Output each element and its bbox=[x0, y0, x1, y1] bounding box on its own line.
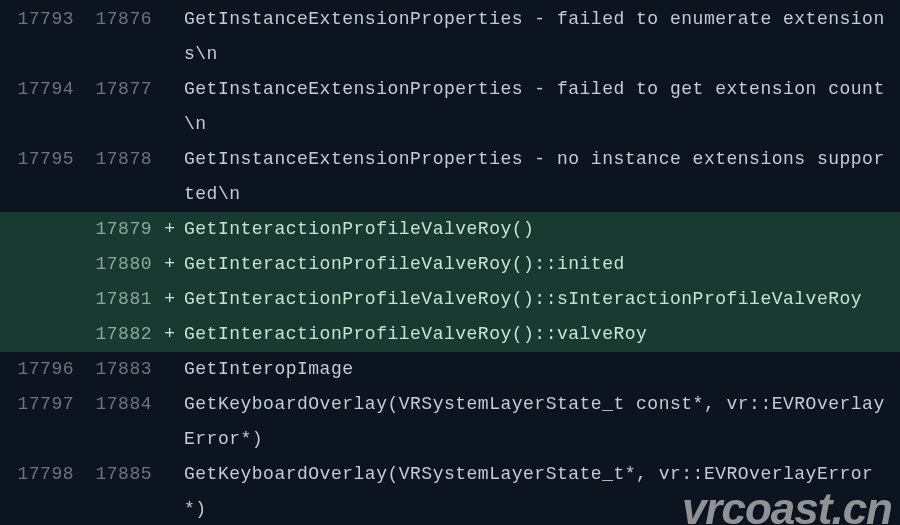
new-line-number: 17876 bbox=[78, 2, 156, 37]
new-line-number: 17884 bbox=[78, 387, 156, 422]
diff-code-text: GetKeyboardOverlay(VRSystemLayerState_t*… bbox=[184, 457, 900, 525]
old-line-number: 17794 bbox=[0, 72, 78, 107]
diff-row-context[interactable]: 1779817885 GetKeyboardOverlay(VRSystemLa… bbox=[0, 457, 900, 525]
diff-row-added[interactable]: 17879+GetInteractionProfileValveRoy() bbox=[0, 212, 900, 247]
diff-code-text: GetKeyboardOverlay(VRSystemLayerState_t … bbox=[184, 387, 900, 457]
old-line-number: 17798 bbox=[0, 457, 78, 492]
old-line-number: 17796 bbox=[0, 352, 78, 387]
diff-code-text: GetInteractionProfileValveRoy()::inited bbox=[184, 247, 900, 282]
new-line-number: 17879 bbox=[78, 212, 156, 247]
diff-row-added[interactable]: 17882+GetInteractionProfileValveRoy()::v… bbox=[0, 317, 900, 352]
diff-row-context[interactable]: 1779617883 GetInteropImage bbox=[0, 352, 900, 387]
diff-code-text: GetInteropImage bbox=[184, 352, 900, 387]
new-line-number: 17878 bbox=[78, 142, 156, 177]
diff-code-text: GetInteractionProfileValveRoy()::valveRo… bbox=[184, 317, 900, 352]
diff-row-added[interactable]: 17881+GetInteractionProfileValveRoy()::s… bbox=[0, 282, 900, 317]
diff-row-context[interactable]: 1779517878 GetInstanceExtensionPropertie… bbox=[0, 142, 900, 212]
new-line-number: 17885 bbox=[78, 457, 156, 492]
diff-marker: + bbox=[156, 282, 184, 317]
new-line-number: 17881 bbox=[78, 282, 156, 317]
diff-code-text: GetInstanceExtensionProperties - failed … bbox=[184, 72, 900, 142]
diff-marker: + bbox=[156, 317, 184, 352]
old-line-number: 17797 bbox=[0, 387, 78, 422]
diff-marker: + bbox=[156, 247, 184, 282]
new-line-number: 17880 bbox=[78, 247, 156, 282]
new-line-number: 17877 bbox=[78, 72, 156, 107]
diff-row-context[interactable]: 1779317876 GetInstanceExtensionPropertie… bbox=[0, 2, 900, 72]
diff-row-context[interactable]: 1779717884 GetKeyboardOverlay(VRSystemLa… bbox=[0, 387, 900, 457]
old-line-number: 17795 bbox=[0, 142, 78, 177]
diff-row-context[interactable]: 1779417877 GetInstanceExtensionPropertie… bbox=[0, 72, 900, 142]
diff-code-text: GetInteractionProfileValveRoy() bbox=[184, 212, 900, 247]
new-line-number: 17882 bbox=[78, 317, 156, 352]
diff-marker: + bbox=[156, 212, 184, 247]
new-line-number: 17883 bbox=[78, 352, 156, 387]
diff-code-text: GetInstanceExtensionProperties - failed … bbox=[184, 2, 900, 72]
diff-row-added[interactable]: 17880+GetInteractionProfileValveRoy()::i… bbox=[0, 247, 900, 282]
old-line-number: 17793 bbox=[0, 2, 78, 37]
diff-code-text: GetInteractionProfileValveRoy()::sIntera… bbox=[184, 282, 900, 317]
diff-code-text: GetInstanceExtensionProperties - no inst… bbox=[184, 142, 900, 212]
diff-view: 1779317876 GetInstanceExtensionPropertie… bbox=[0, 0, 900, 525]
